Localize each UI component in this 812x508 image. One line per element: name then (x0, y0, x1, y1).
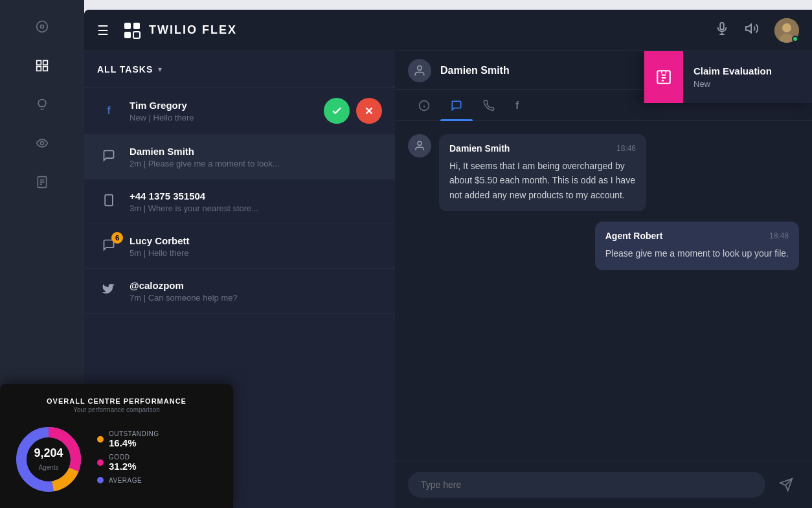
sidebar-item-tasks[interactable] (28, 51, 56, 80)
task-name: Lucy Corbett (130, 235, 382, 246)
performance-widget: OVERALL CENTRE PERFORMANCE Your performa… (0, 384, 233, 508)
claim-status: New (694, 79, 802, 89)
twitter-icon (102, 283, 115, 299)
chat-area: Damien Smith Claim Evaluation New (395, 51, 812, 508)
top-header: ☰ TWILIO FLEX (84, 10, 812, 51)
task-icon-wrap (97, 190, 120, 213)
tasks-dropdown-arrow[interactable]: ▾ (158, 65, 162, 74)
legend-item-outstanding: OUTSTANDING 16.4% (97, 430, 220, 448)
unread-badge: 6 (111, 232, 123, 244)
svg-point-32 (418, 141, 422, 145)
task-actions (324, 98, 382, 124)
svg-point-1 (41, 25, 44, 29)
svg-rect-22 (105, 194, 113, 205)
claim-title: Claim Evaluation (694, 65, 802, 76)
message-text: Please give me a moment to look up your … (605, 246, 789, 260)
task-preview: 3m | Where is your nearest store... (130, 203, 382, 213)
tab-facebook[interactable]: f (505, 90, 529, 121)
chat-user-avatar (408, 59, 431, 82)
svg-rect-5 (43, 67, 48, 71)
task-icon-wrap (97, 145, 120, 168)
task-item-phone[interactable]: +44 1375 351504 3m | Where is your neare… (84, 179, 395, 224)
legend-category: OUTSTANDING (109, 430, 220, 437)
online-indicator (792, 36, 798, 42)
donut-number: 9,204 (34, 446, 63, 461)
task-info: +44 1375 351504 3m | Where is your neare… (130, 190, 382, 213)
legend-category: AVERAGE (109, 477, 220, 484)
task-info: Lucy Corbett 5m | Hello there (130, 235, 382, 258)
phone-icon (102, 194, 115, 210)
claim-card[interactable]: Claim Evaluation New (644, 51, 812, 103)
menu-icon[interactable]: ☰ (97, 23, 109, 38)
sidebar-item-notes[interactable] (28, 168, 56, 196)
speaker-icon[interactable] (745, 21, 759, 39)
task-info: @calozpom 7m | Can someone help me? (130, 280, 382, 303)
legend-dot-good (97, 459, 104, 466)
legend-dot-outstanding (97, 436, 104, 443)
task-icon-wrap (97, 279, 120, 303)
svg-point-0 (37, 21, 48, 32)
svg-rect-2 (37, 61, 41, 65)
message-header: Damien Smith 18:46 (449, 143, 636, 154)
user-avatar-wrap[interactable] (774, 18, 799, 43)
sidebar-item-ideas[interactable] (28, 90, 56, 119)
sidebar-item-view[interactable] (28, 129, 56, 157)
reject-button[interactable] (356, 98, 382, 124)
svg-rect-4 (37, 67, 41, 71)
task-item-calozpom[interactable]: @calozpom 7m | Can someone help me? (84, 269, 395, 314)
task-icon-wrap: f (97, 99, 120, 122)
message-input[interactable] (408, 472, 765, 498)
task-info: Damien Smith 2m | Please give me a momen… (130, 146, 382, 168)
messages-area: Damien Smith 18:46 Hi, It seems that I a… (395, 121, 812, 461)
legend-value: 31.2% (109, 461, 220, 472)
task-item-lucy-corbett[interactable]: 6 Lucy Corbett 5m | Hello there (84, 224, 395, 269)
message-time: 18:48 (769, 231, 789, 240)
svg-point-24 (418, 65, 422, 70)
task-item-damien-smith[interactable]: Damien Smith 2m | Please give me a momen… (84, 135, 395, 179)
claim-info: Claim Evaluation New (683, 55, 812, 99)
sidebar-item-navigation[interactable] (28, 12, 56, 41)
task-name: @calozpom (130, 280, 382, 291)
tab-phone[interactable] (473, 90, 505, 121)
perf-legend: OUTSTANDING 16.4% GOOD 31.2% AVERAGE (97, 430, 220, 489)
tasks-header: ALL TASKS ▾ (84, 51, 395, 87)
task-preview: 5m | Hello there (130, 248, 382, 258)
message-row: Damien Smith 18:46 Hi, It seems that I a… (408, 134, 799, 211)
perf-content: 9,204 Agents OUTSTANDING 16.4% GOOD 31.2… (13, 424, 220, 495)
legend-item-good: GOOD 31.2% (97, 454, 220, 472)
logo-icon (122, 20, 142, 41)
svg-marker-16 (746, 25, 751, 33)
message-time: 18:46 (616, 144, 636, 153)
legend-value: 16.4% (109, 437, 220, 448)
svg-point-6 (41, 142, 44, 145)
svg-rect-3 (43, 61, 48, 65)
message-sender: Damien Smith (449, 143, 510, 154)
message-row-agent: Agent Robert 18:48 Please give me a mome… (408, 222, 799, 270)
mic-icon[interactable] (715, 21, 729, 39)
app-title: TWILIO FLEX (149, 23, 237, 37)
input-area (395, 461, 812, 508)
accept-button[interactable] (324, 98, 350, 124)
logo-area: TWILIO FLEX (122, 20, 715, 41)
message-avatar (408, 134, 431, 157)
task-preview: New | Hello there (130, 113, 324, 122)
task-info: Tim Gregory New | Hello there (130, 100, 324, 122)
send-button[interactable] (773, 472, 799, 498)
tasks-title: ALL TASKS (97, 64, 153, 75)
facebook-icon: f (107, 105, 110, 117)
task-item-tim-gregory[interactable]: f Tim Gregory New | Hello there (84, 87, 395, 135)
header-right (715, 18, 799, 43)
legend-category: GOOD (109, 454, 220, 461)
perf-subtitle: Your performance comparison (13, 406, 220, 413)
legend-text: AVERAGE (109, 477, 220, 484)
tab-chat[interactable] (440, 90, 473, 121)
legend-dot-average (97, 477, 104, 483)
task-name: Tim Gregory (130, 100, 324, 111)
tab-info[interactable] (408, 90, 440, 121)
donut-label: Agents (38, 464, 58, 471)
svg-rect-13 (124, 32, 131, 38)
donut-chart: 9,204 Agents (13, 424, 84, 495)
message-sender: Agent Robert (605, 231, 663, 241)
perf-title: OVERALL CENTRE PERFORMANCE (13, 397, 220, 405)
task-name: Damien Smith (130, 146, 382, 157)
